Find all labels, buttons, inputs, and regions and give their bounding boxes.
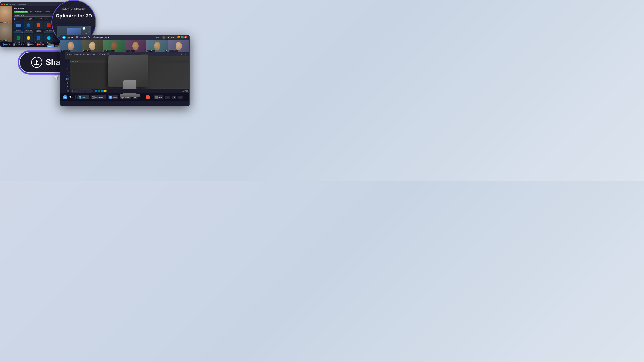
main-content-area: Viewing Giacomo Drago's shared content −…: [60, 52, 190, 93]
small-participant-1: Clarissa Smith: [0, 6, 12, 24]
win-search-icon: 🔍: [72, 90, 73, 92]
fit-screen-btn[interactable]: ⊞: [180, 52, 183, 56]
screen-thumb-excel[interactable]: Microsoft Excel: [14, 34, 23, 44]
small-share-label: Share: [30, 44, 34, 45]
win-start-btn[interactable]: ⊞: [66, 89, 70, 92]
edge-label: Microsoft Edge: [24, 29, 33, 31]
text-tool[interactable]: T↕: [66, 64, 69, 66]
henry-face: [89, 42, 96, 50]
participant-name-1: Clarissa Smith: [0, 22, 8, 23]
participant-clarissa[interactable]: Clarissa Smith: [60, 40, 82, 52]
main-mute-btn[interactable]: 🎤 Mute ▼: [77, 95, 89, 99]
chat-icon: 💬: [69, 96, 71, 98]
undo-tool[interactable]: ↩: [66, 71, 69, 73]
screen-thumb-edge[interactable]: Microsoft Edge: [24, 21, 33, 33]
main-meeting-info[interactable]: ℹ Meeting info: [76, 36, 90, 38]
win-app-4: [104, 90, 107, 92]
shared-content-area: Viewing Giacomo Drago's shared content −…: [65, 52, 190, 93]
eraser-tool[interactable]: ✏: [66, 75, 69, 77]
participant-umar[interactable]: Umar Patel 🖥: [146, 40, 168, 52]
excel-icon: [16, 36, 20, 40]
edge-preview: [24, 21, 33, 29]
shape-tool[interactable]: ◇: [66, 82, 69, 84]
show-me-option[interactable]: Show me in front of presentation: [29, 18, 49, 20]
pointer-tool[interactable]: →: [66, 60, 69, 63]
small-mute-btn[interactable]: 🎤 Mute ▼: [2, 43, 11, 46]
participants-icon: 👥: [166, 96, 168, 98]
arrow-up: [35, 60, 38, 62]
max-dot[interactable]: [6, 3, 8, 5]
arrow-stem: [36, 62, 37, 64]
edge-icon: [26, 23, 30, 27]
win-search-text: Type here to search: [74, 90, 86, 92]
win-system-tray: 12:32 PM10/07/2020: [182, 90, 188, 92]
titlebar-controls: 👤 ⊞ Layout — □ ✕: [162, 36, 187, 39]
acrobat-icon: [47, 23, 50, 27]
close-dot[interactable]: [1, 3, 3, 5]
show-menu-btn[interactable]: Show menu bar ▼: [93, 36, 109, 38]
close-btn[interactable]: ✕: [184, 36, 187, 38]
win-clock: 12:32 PM10/07/2020: [182, 90, 188, 92]
small-mute-caret: ▼: [9, 44, 10, 45]
small-record-icon: ●: [37, 43, 39, 45]
share-audio-option[interactable]: Share computer audio: [14, 18, 28, 20]
small-apps-btn[interactable]: ⋯ Apps: [48, 43, 55, 46]
participant-henry[interactable]: Henry Riggs: [82, 40, 103, 52]
participant-isabelle[interactable]: Isabelle Brennan: [103, 40, 125, 52]
main-time: 12:40: [155, 36, 159, 38]
participant-marise[interactable]: Marise Torres: [125, 40, 146, 52]
show-me-label: Show me in front of presentation: [31, 18, 49, 19]
screen-thumb-ppt[interactable]: Microsoft PowerPoint: [34, 21, 43, 33]
tab-whiteboard[interactable]: Whiteboard: [34, 10, 44, 13]
tab-camera[interactable]: Camera: [44, 10, 51, 13]
participant-name-2: Sofia Gomez: [0, 40, 8, 41]
small-meeting-info: Meeting info: [17, 3, 26, 5]
layout-grid-icon: ⊞: [168, 36, 169, 38]
win-taskbar: ⊞ 🔍 Type here to search 12:32 PM10/07/20…: [65, 89, 190, 93]
screen-thumb-1[interactable]: Screen 1: [14, 21, 23, 33]
small-share-btn[interactable]: ⬆ Share: [26, 43, 34, 46]
layout-button[interactable]: ⊞ Layout: [166, 36, 176, 39]
show-me-checkbox[interactable]: [29, 18, 31, 20]
small-camera-icon: 📷: [13, 43, 16, 45]
marise-name: Marise Torres: [126, 50, 134, 52]
magnify-label-top: Screen or application: [52, 7, 96, 10]
maximize-btn[interactable]: □: [181, 36, 184, 38]
rectangle-tool[interactable]: ⬛: [66, 78, 69, 80]
more-options-btn[interactable]: •••: [178, 96, 182, 98]
screen-thumb-word[interactable]: Microsoft Word: [34, 34, 43, 44]
small-record-btn[interactable]: ● Record: [36, 43, 44, 46]
small-video-label: Stop video: [16, 44, 22, 45]
pen-tool[interactable]: ✏: [66, 67, 69, 70]
screen-thumb-webex[interactable]: Webex: [44, 34, 53, 44]
minimize-btn[interactable]: —: [177, 36, 180, 38]
ppt-label: Microsoft PowerPoint: [34, 29, 43, 33]
tab-screen-application[interactable]: Screen or application: [14, 10, 28, 13]
win-app-3: [101, 90, 104, 92]
win-search[interactable]: 🔍 Type here to search: [70, 89, 93, 92]
small-share-icon: ⬆: [27, 43, 30, 45]
word-icon: [37, 36, 40, 40]
participant-darren[interactable]: Darren Owens: [168, 40, 190, 52]
fullscreen-btn[interactable]: ⤢: [184, 52, 188, 56]
share-cursor: [54, 75, 59, 80]
min-dot[interactable]: [4, 3, 5, 5]
tab-file[interactable]: File: [29, 10, 34, 13]
messages-btn[interactable]: 💬: [172, 96, 176, 99]
chat-caret: ▼: [72, 96, 74, 98]
audio-checkbox[interactable]: [14, 18, 15, 20]
screen-thumb-chrome[interactable]: Google Chrome: [24, 34, 33, 44]
small-apps-icon: ⋯: [48, 43, 50, 45]
participants-btn[interactable]: 👥: [165, 96, 170, 99]
chat-btn[interactable]: 💬 ▼: [69, 96, 74, 98]
main-webex-window: W Webex ℹ Meeting info Show menu bar ▼ 1…: [60, 35, 190, 106]
magnify-divider: [56, 23, 91, 23]
small-record-label: Record: [39, 44, 44, 45]
toolbar-dot-7: [77, 61, 78, 62]
main-apps-label: Apps: [158, 96, 162, 98]
small-video-btn[interactable]: 📷 Stop video ▼: [12, 43, 25, 46]
tools-sidebar: [60, 52, 65, 93]
webex-status-icon[interactable]: W: [63, 95, 67, 99]
download-tool[interactable]: ⬇: [66, 85, 69, 88]
meeting-info-label: Meeting info: [79, 36, 90, 38]
